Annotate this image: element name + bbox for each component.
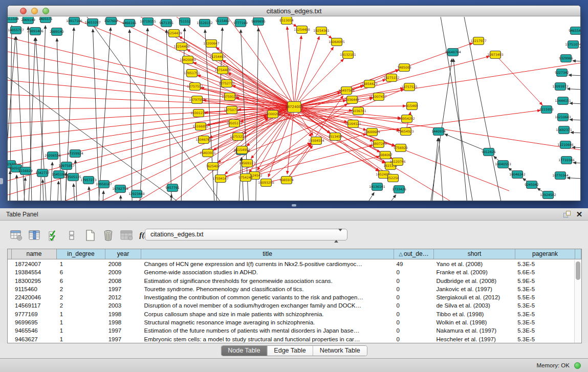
column-header-short[interactable]: short xyxy=(434,249,515,259)
network-node[interactable]: 11036741 xyxy=(350,107,366,115)
network-node[interactable]: 751552 xyxy=(179,18,191,26)
network-node[interactable]: 14136141 xyxy=(369,183,385,191)
network-node[interactable]: 9465546 xyxy=(569,27,581,35)
network-node[interactable]: 12924502 xyxy=(540,191,556,199)
network-node[interactable]: 10040553 xyxy=(495,161,511,168)
network-node[interactable]: 18954292 xyxy=(399,115,415,123)
network-node[interactable]: 9777169 xyxy=(233,19,248,27)
network-node[interactable]: 9245042 xyxy=(525,181,539,189)
network-node[interactable]: 16210643 xyxy=(555,114,571,121)
network-node[interactable]: 12752712 xyxy=(219,80,235,87)
tab-node-table[interactable]: Node Table xyxy=(221,346,267,356)
network-node[interactable]: 252254 xyxy=(387,174,399,182)
network-node[interactable]: 8215953 xyxy=(539,106,554,114)
network-node[interactable]: 12757512 xyxy=(187,83,203,91)
tab-edge-table[interactable]: Edge Table xyxy=(267,346,313,356)
network-node[interactable]: 19132181 xyxy=(340,51,356,59)
network-node[interactable]: 17359924 xyxy=(67,150,83,158)
network-window-titlebar[interactable]: citations_edges.txt xyxy=(8,6,580,16)
network-node[interactable]: 16093298 xyxy=(258,179,274,187)
table-row[interactable]: 2242004622012Investigating the contribut… xyxy=(8,293,574,301)
column-header-in_degree[interactable]: in_degree xyxy=(57,249,105,259)
show-columns-icon[interactable] xyxy=(28,228,41,242)
column-header-year[interactable]: year xyxy=(105,249,141,259)
network-node[interactable]: 12444151 xyxy=(555,97,571,105)
network-node[interactable]: 1527602 xyxy=(104,17,118,25)
network-node[interactable]: 2089140 xyxy=(50,28,64,36)
network-node[interactable]: 12505135 xyxy=(65,173,81,181)
table-selector-dropdown[interactable]: citations_edges.txt xyxy=(145,229,347,240)
table-row[interactable]: 1456911722003Disruption of a novel membe… xyxy=(8,301,574,310)
network-node[interactable]: 9085974 xyxy=(279,177,294,184)
table-row[interactable]: 977716911998Corpus callosum shape and si… xyxy=(8,310,574,318)
left-splitter-handle[interactable] xyxy=(0,178,3,184)
network-node[interactable]: 15751074 xyxy=(565,41,581,49)
network-node[interactable]: 9115460 xyxy=(215,17,230,25)
network-node[interactable]: 7625402 xyxy=(206,163,220,170)
table-mode-icon[interactable] xyxy=(9,228,23,242)
network-node[interactable]: 1733426 xyxy=(392,186,406,193)
network-node[interactable]: 15046768 xyxy=(195,136,212,144)
network-node[interactable]: 9457791 xyxy=(165,184,180,192)
network-canvas[interactable]: 2011504206914914055711405571720891406208… xyxy=(8,17,581,201)
horizontal-splitter-handle[interactable] xyxy=(292,204,296,206)
network-node[interactable]: 19254361 xyxy=(313,27,330,35)
delete-table-icon[interactable] xyxy=(120,228,134,242)
network-node[interactable]: 18724007 xyxy=(285,102,303,113)
network-node[interactable]: 10653287 xyxy=(84,19,101,27)
table-row[interactable]: 911546021997Tourette syndrome. Phenomeno… xyxy=(8,285,574,293)
network-node[interactable]: 1545194 xyxy=(52,171,66,179)
network-node[interactable]: 16046242 xyxy=(509,171,526,179)
column-header-out_de[interactable]: △out_de… xyxy=(394,249,434,259)
network-node[interactable]: 12210646 xyxy=(557,141,574,149)
network-node[interactable]: 16064095 xyxy=(329,38,345,46)
network-node[interactable]: 12923448 xyxy=(128,190,145,198)
network-node[interactable]: 8513054 xyxy=(279,17,294,25)
close-panel-icon[interactable]: ✕ xyxy=(575,209,584,220)
network-node[interactable]: 15166852 xyxy=(192,123,209,130)
network-node[interactable]: 10975857 xyxy=(58,162,75,170)
network-node[interactable]: 18917106 xyxy=(66,17,82,25)
network-node[interactable]: 10770344 xyxy=(552,172,569,180)
table-row[interactable]: 1830029562008Estimation of significance … xyxy=(8,277,574,285)
create-column-icon[interactable] xyxy=(83,228,97,242)
network-node[interactable]: 9012426 xyxy=(482,148,496,156)
network-node[interactable]: 16782759 xyxy=(112,185,128,193)
network-node[interactable]: 1440934 xyxy=(431,128,446,136)
delete-column-icon[interactable] xyxy=(101,228,115,242)
table-row[interactable]: 969969511998Structural magnetic resonanc… xyxy=(8,318,574,326)
network-node[interactable]: 19654923 xyxy=(398,128,414,136)
network-node[interactable]: 18301271 xyxy=(190,110,207,117)
network-node[interactable]: 17594147 xyxy=(212,175,229,183)
network-node[interactable]: 16854423 xyxy=(361,80,378,88)
network-node[interactable]: 1156829 xyxy=(18,167,33,175)
network-node[interactable]: 2069149 xyxy=(21,17,35,24)
network-node[interactable]: 9227342 xyxy=(555,69,569,77)
network-node[interactable]: 12217977 xyxy=(470,37,487,45)
network-node[interactable]: 11254408 xyxy=(294,26,310,34)
network-node[interactable]: 9329966 xyxy=(559,55,573,62)
column-header-pagerank[interactable]: pagerank xyxy=(515,249,575,259)
network-node[interactable]: 9754246 xyxy=(238,174,253,182)
network-node[interactable]: 20891406 xyxy=(27,28,43,35)
column-header-name[interactable]: name xyxy=(12,249,57,259)
network-node[interactable]: 9699695 xyxy=(251,18,266,26)
network-node[interactable]: 11007417 xyxy=(371,93,387,101)
network-node[interactable]: 16497568 xyxy=(338,87,355,95)
network-node[interactable]: 15528152 xyxy=(197,19,213,27)
network-node[interactable]: 1513454 xyxy=(328,133,342,141)
network-node[interactable]: 9756928 xyxy=(394,144,408,152)
network-node[interactable]: 12093872 xyxy=(552,83,569,91)
network-node[interactable]: 2011504 xyxy=(8,17,19,23)
network-node[interactable]: 10973493 xyxy=(487,51,504,59)
network-node[interactable]: 10759134 xyxy=(222,93,238,101)
network-node[interactable]: 2084067 xyxy=(378,151,393,159)
table-row[interactable]: 1938455462009Genome-wide association stu… xyxy=(8,268,574,276)
table-vertical-scrollbar[interactable] xyxy=(574,260,581,343)
float-panel-icon[interactable] xyxy=(563,210,572,218)
network-node[interactable]: 915469 xyxy=(406,102,418,110)
scrollbar-thumb[interactable] xyxy=(576,261,580,280)
row-height-icon[interactable] xyxy=(64,228,78,242)
select-columns-icon[interactable] xyxy=(46,228,60,242)
network-node[interactable]: 18757515 xyxy=(401,83,418,91)
